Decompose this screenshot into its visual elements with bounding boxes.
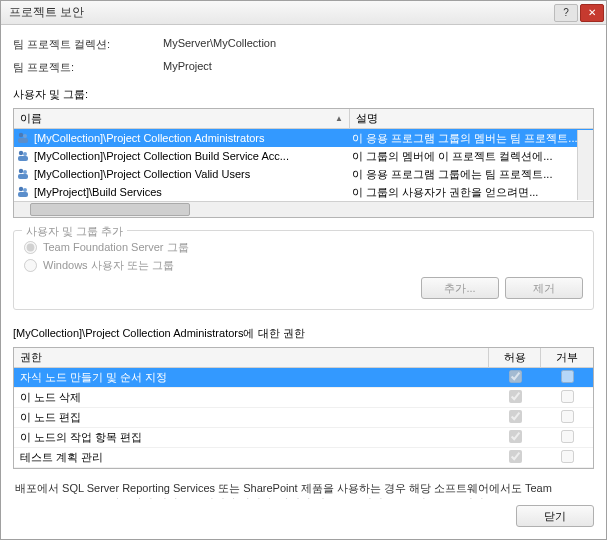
grid-cell-desc: 이 그룹의 멤버에 이 프로젝트 컬렉션에... [350, 149, 593, 164]
users-groups-grid: 이름 ▲ 설명 [MyCollection]\Project Collectio… [13, 108, 594, 218]
grid-row[interactable]: [MyProject]\Build Services이 그룹의 사용자가 권한을… [14, 183, 593, 201]
perm-name: 자식 노드 만들기 및 순서 지정 [14, 370, 489, 385]
perm-row[interactable]: 테스트 계획 관리 [14, 448, 593, 468]
radio-tfs-group[interactable] [24, 241, 37, 254]
perm-row[interactable]: 자식 노드 만들기 및 순서 지정 [14, 368, 593, 388]
svg-point-4 [23, 152, 27, 156]
perm-allow-checkbox[interactable] [509, 430, 522, 443]
grid-cell-desc: 이 그룹의 사용자가 권한을 얻으려면... [350, 185, 593, 200]
perm-allow-checkbox[interactable] [509, 390, 522, 403]
svg-point-9 [19, 187, 23, 191]
svg-rect-8 [18, 174, 28, 179]
project-label: 팀 프로젝트: [13, 60, 163, 75]
perm-row[interactable]: 이 노드 삭제 [14, 388, 593, 408]
horizontal-scrollbar[interactable] [14, 201, 593, 217]
grid-header: 이름 ▲ 설명 [14, 109, 593, 129]
perm-allow-cell [489, 390, 541, 405]
grid-cell-name-text: [MyCollection]\Project Collection Admini… [34, 132, 264, 144]
window-title: 프로젝트 보안 [9, 4, 554, 21]
perm-col-deny[interactable]: 거부 [541, 348, 593, 367]
radio-tfs-label: Team Foundation Server 그룹 [43, 240, 189, 255]
grid-cell-name: [MyCollection]\Project Collection Valid … [14, 167, 350, 181]
footer-note: 배포에서 SQL Server Reporting Services 또는 Sh… [15, 481, 592, 499]
perm-allow-checkbox[interactable] [509, 370, 522, 383]
sort-asc-icon: ▲ [335, 114, 343, 123]
radio-windows-user[interactable] [24, 259, 37, 272]
permissions-for-label: [MyCollection]\Project Collection Admini… [13, 326, 594, 341]
permissions-grid: 권한 허용 거부 자식 노드 만들기 및 순서 지정이 노드 삭제이 노드 편집… [13, 347, 594, 469]
grid-cell-name: [MyCollection]\Project Collection Admini… [14, 131, 350, 145]
perm-header: 권한 허용 거부 [14, 348, 593, 368]
grid-row[interactable]: [MyCollection]\Project Collection Admini… [14, 129, 593, 147]
perm-deny-checkbox[interactable] [561, 390, 574, 403]
perm-row[interactable]: 이 노드의 작업 항목 편집 [14, 428, 593, 448]
titlebar: 프로젝트 보안 ? ✕ [1, 1, 606, 25]
perm-deny-cell [541, 450, 593, 465]
group-icon [16, 167, 30, 181]
add-users-groupbox: 사용자 및 그룹 추가 Team Foundation Server 그룹 Wi… [13, 230, 594, 310]
perm-allow-cell [489, 370, 541, 385]
perm-col-allow[interactable]: 허용 [489, 348, 541, 367]
grid-cell-name-text: [MyProject]\Build Services [34, 186, 162, 198]
svg-point-1 [23, 134, 27, 138]
perm-deny-cell [541, 370, 593, 385]
collection-value: MyServer\MyCollection [163, 37, 276, 52]
perm-col-name[interactable]: 권한 [14, 348, 489, 367]
perm-deny-cell [541, 430, 593, 445]
radio-win-label: Windows 사용자 또는 그룹 [43, 258, 174, 273]
col-header-name-label: 이름 [20, 111, 42, 126]
perm-deny-cell [541, 390, 593, 405]
users-groups-label: 사용자 및 그룹: [13, 87, 594, 102]
perm-name: 이 노드의 작업 항목 편집 [14, 430, 489, 445]
grid-cell-name: [MyCollection]\Project Collection Build … [14, 149, 350, 163]
perm-name: 테스트 계획 관리 [14, 450, 489, 465]
grid-cell-name-text: [MyCollection]\Project Collection Build … [34, 150, 289, 162]
grid-cell-name-text: [MyCollection]\Project Collection Valid … [34, 168, 250, 180]
perm-allow-cell [489, 410, 541, 425]
remove-button[interactable]: 제거 [505, 277, 583, 299]
perm-deny-checkbox[interactable] [561, 430, 574, 443]
svg-point-3 [19, 151, 23, 155]
perm-body: 자식 노드 만들기 및 순서 지정이 노드 삭제이 노드 편집이 노드의 작업 … [14, 368, 593, 468]
close-icon[interactable]: ✕ [580, 4, 604, 22]
grid-cell-name: [MyProject]\Build Services [14, 185, 350, 199]
group-icon [16, 185, 30, 199]
svg-rect-2 [18, 138, 28, 143]
grid-row[interactable]: [MyCollection]\Project Collection Valid … [14, 165, 593, 183]
col-header-name[interactable]: 이름 ▲ [14, 109, 350, 128]
perm-deny-checkbox[interactable] [561, 450, 574, 463]
dialog-window: 프로젝트 보안 ? ✕ 팀 프로젝트 컬렉션: MyServer\MyColle… [0, 0, 607, 540]
perm-name: 이 노드 삭제 [14, 390, 489, 405]
project-value: MyProject [163, 60, 212, 75]
group-icon [16, 149, 30, 163]
collection-label: 팀 프로젝트 컬렉션: [13, 37, 163, 52]
help-button[interactable]: ? [554, 4, 578, 22]
add-button[interactable]: 추가... [421, 277, 499, 299]
perm-allow-cell [489, 450, 541, 465]
svg-point-6 [19, 169, 23, 173]
svg-point-7 [23, 170, 27, 174]
col-header-desc[interactable]: 설명 [350, 109, 593, 128]
perm-deny-cell [541, 410, 593, 425]
hscroll-thumb[interactable] [30, 203, 190, 216]
grid-body: [MyCollection]\Project Collection Admini… [14, 129, 593, 201]
col-header-desc-label: 설명 [356, 111, 378, 126]
grid-cell-desc: 이 응용 프로그램 그룹의 멤버는 팀 프로젝트... [350, 131, 593, 146]
perm-allow-checkbox[interactable] [509, 410, 522, 423]
svg-rect-11 [18, 192, 28, 197]
perm-deny-checkbox[interactable] [561, 370, 574, 383]
vertical-scrollbar[interactable] [577, 130, 593, 200]
perm-allow-checkbox[interactable] [509, 450, 522, 463]
close-button[interactable]: 닫기 [516, 505, 594, 527]
svg-rect-5 [18, 156, 28, 161]
svg-point-10 [23, 188, 27, 192]
perm-name: 이 노드 편집 [14, 410, 489, 425]
grid-row[interactable]: [MyCollection]\Project Collection Build … [14, 147, 593, 165]
grid-cell-desc: 이 응용 프로그램 그룹에는 팀 프로젝트... [350, 167, 593, 182]
group-icon [16, 131, 30, 145]
perm-allow-cell [489, 430, 541, 445]
perm-row[interactable]: 이 노드 편집 [14, 408, 593, 428]
perm-deny-checkbox[interactable] [561, 410, 574, 423]
add-users-legend: 사용자 및 그룹 추가 [22, 224, 127, 239]
svg-point-0 [19, 133, 23, 137]
